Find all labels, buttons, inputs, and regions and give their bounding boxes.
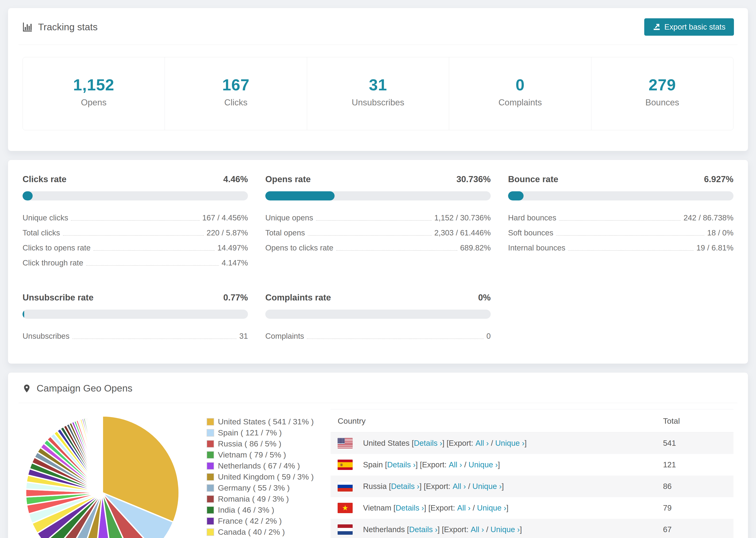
- dotted-leader: [556, 235, 704, 236]
- geo-title: Campaign Geo Opens: [22, 383, 133, 394]
- dotted-leader: [316, 220, 432, 221]
- legend-item: France ( 42 / 2% ): [207, 515, 314, 526]
- stat-clicks: 167 Clicks: [165, 57, 307, 130]
- dotted-leader: [72, 339, 237, 339]
- rate-progress-fill: [23, 191, 33, 200]
- rate-detail-row: Internal bounces 19 / 6.81%: [508, 241, 733, 255]
- geo-table-row-us: United States [Details ›] [Export: All ›…: [331, 432, 733, 454]
- map-pin-icon: [22, 383, 31, 394]
- export-all-link[interactable]: All ›: [449, 460, 462, 469]
- rate-value: 30.736%: [457, 174, 491, 184]
- stat-label: Bounces: [591, 98, 733, 108]
- legend-label: Canada ( 40 / 2% ): [218, 527, 285, 537]
- rate-progress-track: [265, 191, 491, 200]
- details-link[interactable]: Details ›: [387, 460, 415, 469]
- dotted-leader: [559, 220, 681, 221]
- dotted-leader: [308, 235, 432, 236]
- country-total: 121: [663, 454, 733, 476]
- legend-swatch: [207, 462, 214, 470]
- rate-title: Complaints rate: [265, 293, 331, 302]
- legend-swatch: [207, 473, 214, 481]
- rate-progress-track: [23, 191, 248, 200]
- details-link[interactable]: Details ›: [409, 525, 438, 534]
- legend-label: Vietnam ( 79 / 5% ): [218, 450, 286, 459]
- legend-swatch: [207, 517, 214, 525]
- geo-table-header-total: Total: [663, 409, 733, 432]
- legend-label: Netherlands ( 67 / 4% ): [218, 461, 300, 470]
- rate-detail-row: Total clicks 220 / 5.87%: [23, 225, 248, 241]
- pie-slice[interactable]: [102, 416, 102, 493]
- stat-label: Opens: [23, 98, 165, 108]
- dotted-leader: [63, 235, 204, 236]
- details-link[interactable]: Details ›: [396, 504, 424, 512]
- rate-value: 0.77%: [223, 293, 248, 302]
- export-unique-link[interactable]: Unique ›: [495, 439, 524, 448]
- legend-label: United States ( 541 / 31% ): [218, 417, 314, 426]
- legend-item: Canada ( 40 / 2% ): [207, 526, 314, 538]
- legend-label: Spain ( 121 / 7% ): [218, 428, 282, 437]
- rate-detail-row: Clicks to opens rate 14.497%: [23, 241, 248, 255]
- rate-detail-row: Total opens 2,303 / 61.446%: [265, 225, 491, 241]
- geo-table: Country Total United States [Details ›] …: [331, 409, 733, 538]
- geo-pie-chart[interactable]: [23, 409, 188, 538]
- rate-section-bounce-rate: Bounce rate 6.927% Hard bounces 242 / 86…: [508, 174, 733, 270]
- stat-value: 0: [449, 76, 591, 94]
- export-unique-link[interactable]: Unique ›: [490, 525, 520, 534]
- legend-swatch: [207, 495, 214, 503]
- geo-header: Campaign Geo Opens: [8, 372, 748, 403]
- rate-value: 6.927%: [704, 174, 734, 184]
- legend-swatch: [207, 418, 214, 426]
- export-all-link[interactable]: All ›: [471, 525, 484, 534]
- dotted-leader: [93, 250, 215, 251]
- geo-table-row-nl: Netherlands [Details ›] [Export: All › /…: [331, 519, 733, 538]
- stats-summary-row: 1,152 Opens167 Clicks31 Unsubscribes0 Co…: [23, 57, 733, 130]
- rates-card: Clicks rate 4.46% Unique clicks 167 / 4.…: [8, 160, 748, 364]
- bar-chart-icon: [22, 22, 33, 32]
- details-link[interactable]: Details ›: [414, 439, 442, 448]
- legend-item: Netherlands ( 67 / 4% ): [207, 460, 314, 471]
- rate-progress-track: [23, 310, 248, 319]
- legend-item: United States ( 541 / 31% ): [207, 416, 314, 427]
- stat-value: 279: [591, 76, 733, 94]
- country-total: 67: [663, 519, 733, 538]
- stat-value: 167: [165, 76, 307, 94]
- geo-opens-card: Campaign Geo Opens United States ( 541 /…: [8, 372, 748, 538]
- country-name: Russia [: [363, 482, 391, 491]
- rate-section-complaints-rate: Complaints rate 0% Complaints 0: [265, 293, 491, 344]
- rate-value: 4.46%: [223, 174, 248, 184]
- export-basic-stats-button[interactable]: Export basic stats: [644, 18, 734, 36]
- rate-value: 0%: [478, 293, 491, 302]
- dotted-leader: [336, 250, 458, 251]
- legend-swatch: [207, 528, 214, 536]
- export-unique-link[interactable]: Unique ›: [477, 504, 507, 512]
- rate-progress-track: [508, 191, 733, 200]
- stat-value: 1,152: [23, 76, 165, 94]
- geo-content: United States ( 541 / 31% ) Spain ( 121 …: [8, 403, 748, 538]
- export-button-label: Export basic stats: [665, 23, 726, 31]
- rate-detail-row: Unsubscribes 31: [23, 329, 248, 344]
- export-all-link[interactable]: All ›: [457, 504, 470, 512]
- flag-icon-ru: [338, 481, 352, 492]
- rate-section-unsubscribe-rate: Unsubscribe rate 0.77% Unsubscribes 31: [23, 293, 248, 344]
- flag-icon-us: [338, 438, 352, 448]
- legend-item: Spain ( 121 / 7% ): [207, 427, 314, 438]
- export-unique-link[interactable]: Unique ›: [472, 482, 502, 491]
- rate-title: Unsubscribe rate: [23, 293, 93, 302]
- rate-detail-row: Complaints 0: [265, 329, 491, 344]
- details-link[interactable]: Details ›: [391, 482, 419, 491]
- export-all-link[interactable]: All ›: [475, 439, 489, 448]
- stat-unsubscribes: 31 Unsubscribes: [307, 57, 449, 130]
- export-all-link[interactable]: All ›: [453, 482, 466, 491]
- flag-icon-vn: [338, 503, 352, 513]
- country-name: Vietnam [: [363, 504, 396, 512]
- flag-icon-es: [338, 459, 352, 470]
- geo-table-row-ru: Russia [Details ›] [Export: All › / Uniq…: [331, 476, 733, 497]
- dotted-leader: [568, 250, 693, 251]
- rate-progress-fill: [23, 310, 24, 319]
- stat-opens: 1,152 Opens: [23, 57, 165, 130]
- rate-title: Bounce rate: [508, 174, 558, 184]
- legend-label: Germany ( 55 / 3% ): [218, 483, 290, 493]
- rate-detail-row: Hard bounces 242 / 86.738%: [508, 210, 733, 225]
- pie-chart-svg: [23, 413, 182, 538]
- export-unique-link[interactable]: Unique ›: [469, 460, 498, 469]
